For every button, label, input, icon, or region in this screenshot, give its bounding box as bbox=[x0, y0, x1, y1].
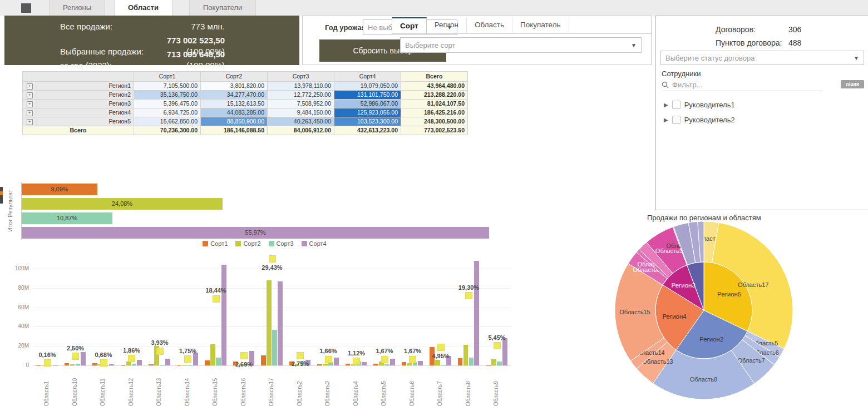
value-cell[interactable]: 40,263,450.00 bbox=[268, 117, 334, 126]
percent-marker[interactable] bbox=[325, 356, 332, 363]
bar-Сорт2-Область3[interactable] bbox=[323, 364, 328, 365]
bar-Сорт3-Область15[interactable] bbox=[216, 358, 221, 365]
percent-marker[interactable] bbox=[44, 359, 51, 367]
percent-marker[interactable] bbox=[128, 355, 135, 362]
percent-marker[interactable] bbox=[381, 356, 388, 363]
value-cell[interactable]: 19,079,050.00 bbox=[334, 82, 401, 91]
value-cell[interactable]: 15,132,613.50 bbox=[201, 100, 268, 108]
tab-buyers[interactable]: Покупатели bbox=[189, 0, 256, 16]
tab-sort[interactable]: Сорт bbox=[392, 17, 427, 33]
value-cell[interactable]: 6,934,725.00 bbox=[134, 108, 201, 117]
percent-marker[interactable] bbox=[240, 352, 248, 359]
expand-row-button[interactable]: + bbox=[23, 82, 37, 91]
bar-Сорт1-Область5[interactable] bbox=[373, 364, 378, 365]
value-cell[interactable]: 131,101,750.00 bbox=[334, 91, 401, 100]
tree-item-manager1[interactable]: ▶ Руководитель1 bbox=[664, 101, 735, 109]
tab-regions[interactable]: Регионы bbox=[49, 0, 105, 16]
value-cell[interactable]: 35,136,750.00 bbox=[134, 91, 201, 100]
percent-marker[interactable] bbox=[465, 292, 472, 299]
value-cell[interactable]: 44,083,285.00 bbox=[201, 108, 268, 117]
expand-row-button[interactable]: + bbox=[23, 91, 37, 100]
bar-Сорт1-Область15[interactable] bbox=[205, 360, 210, 365]
bar-Сорт3-Область14[interactable] bbox=[188, 365, 193, 366]
value-cell[interactable]: 7,508,952.00 bbox=[268, 100, 334, 108]
bar-Сорт1-Область10[interactable] bbox=[65, 363, 70, 365]
bar-Сорт3-Область9[interactable] bbox=[497, 362, 502, 365]
bar-Сорт4-Область1[interactable] bbox=[53, 365, 58, 366]
sort-select[interactable]: Выберите сорт ▼ bbox=[400, 37, 642, 53]
bar-Сорт4-Область11[interactable] bbox=[109, 364, 114, 365]
bar-Сорт1-Область8[interactable] bbox=[458, 358, 463, 365]
percent-marker[interactable] bbox=[156, 348, 164, 355]
percent-marker[interactable] bbox=[213, 295, 220, 303]
value-cell[interactable]: 12,772,250.00 bbox=[268, 91, 334, 100]
bar-Сорт3[interactable]: 10,87% bbox=[22, 212, 112, 224]
percent-marker[interactable] bbox=[409, 356, 416, 363]
bar-Сорт3-Область13[interactable] bbox=[160, 365, 165, 366]
legend-item-Сорт3[interactable]: Сорт3 bbox=[269, 240, 294, 247]
bar-Сорт2-Область7[interactable] bbox=[435, 360, 440, 365]
bar-Сорт4-Область15[interactable] bbox=[221, 265, 226, 365]
value-cell[interactable]: 88,850,900.00 bbox=[201, 117, 268, 126]
bar-Сорт1-Область13[interactable] bbox=[149, 364, 154, 365]
value-cell[interactable]: 9,484,150.00 bbox=[268, 108, 334, 117]
region-name-cell[interactable]: Регион5 bbox=[37, 117, 134, 126]
percent-marker[interactable] bbox=[72, 353, 79, 360]
value-cell[interactable]: 7,105,500.00 bbox=[134, 82, 201, 91]
bar-Сорт4-Область9[interactable] bbox=[502, 338, 507, 365]
tab-buyer[interactable]: Покупатель bbox=[512, 17, 569, 33]
bar-Сорт2-Область9[interactable] bbox=[491, 359, 496, 365]
region-name-cell[interactable]: Регион1 bbox=[37, 82, 134, 91]
tab-area[interactable]: Область bbox=[467, 17, 512, 33]
bar-Сорт4-Область3[interactable] bbox=[334, 358, 339, 365]
tab-areas[interactable]: Области bbox=[114, 0, 172, 16]
bar-Сорт1-Область14[interactable] bbox=[177, 365, 182, 366]
bar-Сорт1-Область11[interactable] bbox=[92, 363, 97, 365]
pivot-column-header[interactable]: Сорт4 bbox=[334, 72, 401, 82]
value-cell[interactable]: 3,801,820.00 bbox=[201, 82, 268, 91]
bar-Сорт4-Область17[interactable] bbox=[278, 281, 283, 365]
employees-filter-input[interactable]: Фильтр... bbox=[662, 78, 823, 91]
tree-item-manager2[interactable]: ▶ Руководитель2 bbox=[664, 116, 735, 124]
value-cell[interactable]: 52,986,067.00 bbox=[334, 100, 401, 108]
expand-caret-icon[interactable]: ▶ bbox=[664, 102, 668, 108]
value-cell[interactable]: 125,923,056.00 bbox=[334, 108, 401, 117]
bar-Сорт1-Область4[interactable] bbox=[346, 364, 351, 365]
bar-Сорт1-Область9[interactable] bbox=[486, 365, 491, 366]
checkbox[interactable] bbox=[672, 116, 680, 124]
percent-marker[interactable] bbox=[184, 355, 191, 363]
value-cell[interactable]: 15,662,850.00 bbox=[134, 117, 201, 126]
percent-marker[interactable] bbox=[353, 358, 360, 365]
legend-item-Сорт2[interactable]: Сорт2 bbox=[235, 240, 260, 247]
bar-Сорт4-Область8[interactable] bbox=[474, 261, 479, 365]
app-menu-icon[interactable] bbox=[21, 3, 31, 13]
expand-caret-icon[interactable]: ▶ bbox=[664, 117, 668, 123]
bar-Сорт4-Область13[interactable] bbox=[165, 359, 170, 365]
bar-Сорт2-Область6[interactable] bbox=[407, 363, 412, 365]
bar-Сорт4-Область4[interactable] bbox=[362, 362, 367, 365]
bar-Сорт1-Область6[interactable] bbox=[402, 362, 407, 365]
bar-Сорт1-Область3[interactable] bbox=[317, 364, 322, 365]
bar-Сорт2-Область15[interactable] bbox=[210, 344, 215, 365]
percent-marker[interactable] bbox=[100, 359, 107, 367]
percent-marker[interactable] bbox=[269, 255, 276, 263]
value-cell[interactable]: 34,277,470.00 bbox=[201, 91, 268, 100]
percent-marker[interactable] bbox=[494, 342, 501, 349]
bar-Сорт2-Область10[interactable] bbox=[70, 364, 75, 365]
region-name-cell[interactable]: Регион2 bbox=[37, 91, 134, 100]
region-name-cell[interactable]: Регион3 bbox=[37, 100, 134, 108]
bar-Сорт1-Область1[interactable] bbox=[36, 365, 41, 366]
expand-row-button[interactable]: + bbox=[23, 100, 37, 108]
bar-Сорт3-Область12[interactable] bbox=[132, 364, 137, 365]
bar-Сорт1-Область12[interactable] bbox=[121, 365, 126, 366]
tab-region[interactable]: Регион bbox=[427, 17, 467, 33]
pivot-column-header[interactable]: Сорт2 bbox=[201, 72, 268, 82]
pivot-column-header[interactable]: Сорт1 bbox=[134, 72, 201, 82]
bar-Сорт2[interactable]: 24,08% bbox=[22, 198, 223, 210]
bar-Сорт2-Область17[interactable] bbox=[267, 280, 272, 365]
expand-row-button[interactable]: + bbox=[23, 108, 37, 117]
contract-status-select[interactable]: Выберите статус договора ▼ bbox=[660, 51, 864, 65]
value-cell[interactable]: 5,396,475.00 bbox=[134, 100, 201, 108]
bar-Сорт3-Область17[interactable] bbox=[272, 330, 277, 365]
legend-item-Сорт1[interactable]: Сорт1 bbox=[203, 240, 228, 247]
